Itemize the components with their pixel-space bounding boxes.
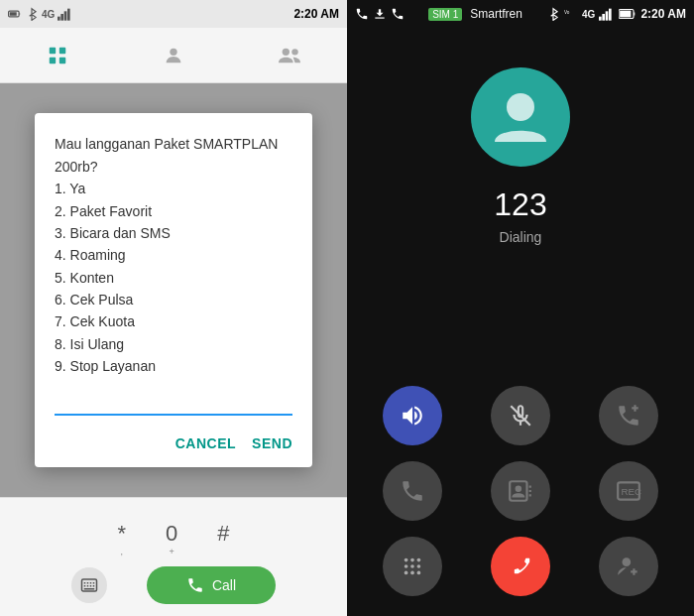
controls-row-2: REC — [367, 461, 674, 521]
svg-point-11 — [282, 48, 289, 55]
mic-off-button[interactable] — [491, 386, 550, 445]
dialog-input[interactable] — [55, 390, 292, 416]
right-status-left — [355, 7, 405, 21]
bluetooth-icon-right — [546, 7, 560, 21]
controls-row-3 — [367, 537, 674, 596]
dialog-message: Mau langganan Paket SMARTPLAN 200rb? 1. … — [55, 133, 292, 377]
avatar — [471, 67, 570, 167]
carrier-name: Smartfren — [470, 7, 522, 21]
dialer-bottom: * , 0 + # — [0, 497, 347, 616]
send-button[interactable]: SEND — [252, 431, 292, 455]
record-button[interactable]: REC — [599, 461, 658, 521]
end-call-button[interactable] — [491, 537, 550, 596]
svg-rect-1 — [10, 12, 17, 16]
call-btn-row: Call — [71, 566, 276, 604]
dialog-overlay: Mau langganan Paket SMARTPLAN 200rb? 1. … — [0, 83, 347, 497]
phone-icon-status — [391, 7, 405, 21]
keypad-button[interactable] — [383, 537, 442, 596]
svg-rect-19 — [87, 585, 89, 587]
svg-rect-20 — [90, 585, 92, 587]
svg-text:REC: REC — [621, 486, 641, 497]
call-number: 123 — [494, 186, 546, 223]
svg-text:Vo: Vo — [564, 10, 570, 15]
4g-right: 4G — [582, 9, 595, 20]
people-icon[interactable] — [270, 36, 309, 75]
svg-rect-14 — [84, 582, 86, 584]
svg-rect-23 — [375, 18, 384, 19]
battery-icon-right — [619, 7, 636, 21]
svg-rect-9 — [59, 57, 65, 62]
svg-rect-15 — [87, 582, 89, 584]
sim-badge: SIM 1 — [428, 8, 462, 21]
speaker-button[interactable] — [383, 386, 442, 445]
dialer-keys: * , 0 + # — [117, 521, 229, 556]
svg-point-46 — [622, 557, 631, 566]
svg-rect-26 — [603, 14, 606, 21]
left-content: Mau langganan Paket SMARTPLAN 200rb? 1. … — [0, 83, 347, 497]
call-button[interactable]: Call — [147, 566, 276, 604]
svg-point-10 — [170, 48, 176, 55]
svg-point-44 — [410, 571, 414, 575]
dialog-buttons: CANCEL SEND — [55, 431, 292, 455]
key-zero[interactable]: 0 + — [166, 521, 177, 556]
call-info: 123 Dialing — [347, 28, 694, 366]
signal-icon-right — [599, 7, 615, 21]
download-icon-status — [373, 7, 387, 21]
4g-indicator: 4G — [42, 9, 55, 20]
svg-point-31 — [507, 93, 534, 121]
signal-icon — [58, 7, 73, 21]
call-status: Dialing — [500, 229, 542, 245]
svg-point-12 — [291, 49, 297, 55]
svg-point-45 — [417, 571, 421, 575]
svg-rect-3 — [61, 14, 64, 21]
svg-rect-27 — [606, 11, 609, 20]
status-bar-right: SIM 1 Smartfren Vo 4G 2:20 AM — [347, 0, 694, 28]
cancel-button[interactable]: CANCEL — [175, 431, 236, 455]
svg-rect-2 — [58, 17, 60, 21]
apps-grid-icon[interactable] — [38, 36, 77, 75]
svg-rect-30 — [621, 11, 632, 18]
call-label: Call — [212, 577, 236, 593]
key-asterisk[interactable]: * , — [117, 521, 126, 556]
svg-rect-22 — [84, 588, 95, 590]
person-add-button[interactable] — [599, 537, 658, 596]
left-status-icons: 4G — [8, 7, 73, 21]
call-controls: REC — [347, 366, 694, 616]
svg-rect-21 — [93, 585, 95, 587]
svg-rect-28 — [609, 9, 612, 21]
svg-point-37 — [405, 558, 408, 562]
svg-point-39 — [417, 558, 421, 562]
svg-point-42 — [417, 564, 421, 568]
contacts-button[interactable] — [491, 461, 550, 521]
key-hash[interactable]: # — [217, 521, 229, 556]
svg-point-34 — [516, 486, 522, 493]
svg-rect-6 — [50, 47, 56, 53]
right-panel: SIM 1 Smartfren Vo 4G 2:20 AM 123 Dia — [347, 0, 694, 616]
hold-button[interactable] — [383, 461, 442, 521]
svg-rect-25 — [599, 17, 602, 21]
dialog: Mau langganan Paket SMARTPLAN 200rb? 1. … — [35, 113, 312, 466]
controls-row-1 — [367, 386, 674, 445]
svg-point-40 — [405, 564, 408, 568]
add-call-button[interactable] — [599, 386, 658, 445]
right-status-right: Vo 4G 2:20 AM — [546, 7, 686, 21]
svg-rect-8 — [50, 57, 56, 62]
sim-carrier: SIM 1 Smartfren — [428, 7, 522, 21]
svg-rect-7 — [59, 47, 65, 53]
svg-rect-16 — [90, 582, 92, 584]
svg-rect-18 — [84, 585, 86, 587]
status-bar-left: 4G 2:20 AM — [0, 0, 347, 28]
keyboard-icon[interactable] — [71, 567, 107, 603]
bluetooth-icon — [25, 7, 39, 21]
svg-point-43 — [405, 571, 408, 575]
call-icon-status — [355, 7, 369, 21]
svg-rect-5 — [67, 9, 70, 21]
battery-icon — [8, 7, 22, 21]
svg-point-38 — [410, 558, 414, 562]
left-panel: 4G 2:20 AM Mau langganan Paket SMARTPLA — [0, 0, 347, 616]
avatar-silhouette — [491, 87, 550, 147]
person-icon[interactable] — [154, 36, 193, 75]
left-time: 2:20 AM — [293, 7, 339, 21]
svg-point-41 — [410, 564, 414, 568]
volte-icon: Vo — [564, 7, 578, 21]
